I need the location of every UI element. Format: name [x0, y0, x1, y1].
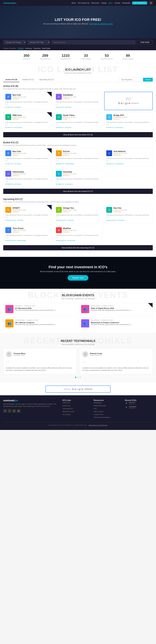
- ico-card-ultimochain[interactable]: U UltimoChain Ended: Oct 15, 2020 ★★★★☆ …: [3, 169, 52, 187]
- footer-link-ico-listings[interactable]: ICO Listings: [62, 414, 70, 415]
- dot-1[interactable]: [75, 377, 76, 378]
- ico-tag-finance: ● Finance: [65, 106, 71, 108]
- type-select[interactable]: Choose ICO Type: [27, 40, 50, 44]
- footer-link-visitor[interactable]: Visitor Recommendations: [94, 416, 110, 418]
- find-button[interactable]: FIND NOW: [137, 40, 153, 44]
- ico-card-excoin[interactable]: E ExCoin Ended: Apr 20, 2020 ★★★★☆ Fully…: [54, 148, 102, 166]
- nav-resources[interactable]: Resources: [91, 2, 99, 4]
- event-card-iot-barcelona[interactable]: 👥 Barcelona — October 18, 2018 IoT Barce…: [3, 303, 77, 315]
- ico-name: MadHive: [63, 227, 100, 230]
- social-facebook-icon[interactable]: f: [3, 409, 7, 413]
- footer-link-active-icos[interactable]: Active ICOs: [62, 402, 70, 404]
- google-adsense: Google AdSense: [72, 388, 92, 390]
- ico-card-header: T Trive Ocean Ended: Oct 19, 2021 ★★★★☆: [5, 227, 50, 233]
- ico-desc: Fully operational long-term rental platf…: [106, 158, 151, 162]
- ico-card-davone[interactable]: D Dav One Ended: Sep 10, 2021 ★★★★★ Full…: [104, 205, 153, 223]
- social-linkedin-icon[interactable]: in: [12, 409, 16, 413]
- keyword-input[interactable]: [51, 40, 136, 44]
- footer-link-help[interactable]: Help & Support: [94, 411, 104, 412]
- nav-downloads[interactable]: Downloads: [122, 2, 130, 4]
- popular-tag-realestate[interactable]: Real Estate: [42, 48, 50, 49]
- ico-stars: ★★★★☆: [113, 118, 151, 120]
- nav-news[interactable]: News: [109, 2, 113, 4]
- footer-link-compare[interactable]: Compare ICOs: [94, 414, 103, 415]
- nav-contact[interactable]: Contact: [115, 2, 120, 4]
- ico-card-unitnetwork[interactable]: U Unit Network Ended: Oct 11, 2020 ★★★★★…: [104, 148, 153, 166]
- ico-card-rbncoin[interactable]: R RBN Coin Ended: Jan 20, 2021 ★★★★☆ Ful…: [3, 112, 52, 130]
- ico-stars: ★★★★☆: [12, 154, 50, 156]
- popular-tag-payments[interactable]: Payments: [33, 48, 41, 49]
- ico-card-header: O Omega Two Ended: Aug 17, 2021 ★★★★☆: [56, 207, 100, 213]
- footer-ico-item-beecoin[interactable]: B Bee Coin Active ICO: [125, 402, 153, 405]
- popular-tag-insurance[interactable]: Insurance: [25, 48, 32, 49]
- dot-3[interactable]: [80, 377, 81, 378]
- ico-search-input[interactable]: [119, 78, 142, 82]
- social-googleplus-icon[interactable]: g+: [17, 409, 20, 413]
- ico-date: Ended: Oct 19, 2021: [12, 230, 50, 231]
- ico-card-madhive[interactable]: M MadHive Ended: Oct 25, 2021 ★★★★☆ Full…: [54, 225, 102, 244]
- ico-stars: ★★★★☆: [12, 118, 50, 120]
- ico-tags: ● Upcoming ICO ● Payments: [56, 240, 100, 242]
- ico-card-gemestar[interactable]: G GemeStar Ended: Oct 15, 2020 ★★★★☆ Ful…: [54, 169, 102, 187]
- scope-select[interactable]: Choose ICO Scope: [3, 40, 26, 44]
- social-twitter-icon[interactable]: t: [8, 409, 11, 413]
- footer-ico-logo: B: [125, 402, 128, 405]
- footer-link-whitepapers[interactable]: Whitepapers: [94, 402, 102, 404]
- dot-2[interactable]: [77, 377, 79, 378]
- ico-logo: O: [56, 207, 62, 213]
- footer-recent-icos-title: Recent ICOs: [125, 399, 153, 402]
- tab-upcoming-ico[interactable]: Upcoming ICO (7): [37, 77, 56, 82]
- ico-date: Ended: Mar 14, 2021: [12, 209, 50, 211]
- footer-link-ended-icos[interactable]: Ended ICOs: [62, 405, 70, 406]
- ico-card-huobitoken[interactable]: H Huobi Token Ended: Apr 20, 2021 ★★★☆☆ …: [54, 112, 102, 130]
- promo-register-button[interactable]: Register Now: [68, 275, 88, 280]
- testimonials-subtitle: View worldwide conferences and meetups: [3, 344, 153, 345]
- hero-link[interactable]: Click here to submit your ICO: [89, 23, 113, 25]
- tab-active-ico[interactable]: Active ICO (9): [3, 77, 19, 82]
- ico-card-beecoin-ended[interactable]: B Bee Coin Ended: Dec 26, 2020 ★★★★☆ Ful…: [3, 148, 52, 166]
- ico-search-button[interactable]: Search: [143, 78, 153, 82]
- menu-icon[interactable]: ☰: [149, 1, 153, 5]
- footer-desc: With Numismatico, list any crypto coin w…: [3, 403, 59, 408]
- nav-ico-launch[interactable]: ICO Launch List: [78, 2, 90, 4]
- footer-link-upcoming-icos[interactable]: Upcoming ICOs: [62, 408, 73, 410]
- ico-name: Trive Ocean: [12, 227, 50, 230]
- stat-crypto-meetups-label: Crypto Meetups: [81, 58, 91, 60]
- header: numismatico Home ICO Launch List Resourc…: [0, 0, 156, 6]
- nav-listings[interactable]: Listings: [101, 2, 107, 4]
- ico-card-datawallet[interactable]: D DataWallet Ended: Jan 15, 2021 ★★★★☆ F…: [54, 92, 102, 110]
- footer-link-blockchain-events[interactable]: Blockchain Events: [62, 411, 74, 412]
- testimonial-card-thomas: T Thomas Mariz Payments Advisor " Script…: [3, 348, 76, 374]
- corner-badge: [47, 92, 52, 97]
- stat-completed-icos: 1233 Completed ICOs: [60, 54, 71, 60]
- view-all-ended-button[interactable]: View all Items from the Ended ICO (7): [3, 189, 153, 194]
- event-card-blockchain-people[interactable]: 👥 New Ukraine — October 20, 2018 Blockch…: [79, 317, 153, 330]
- footer-link-faq[interactable]: FAQ: [94, 408, 97, 410]
- event-card-digital-money[interactable]: 👥 Bitcoin states — October 18, 2018 Stat…: [79, 303, 153, 315]
- view-all-upcoming-button[interactable]: View all Items from the Upcoming ICO (7): [3, 245, 153, 250]
- stat-blockchain-events: 53 Blockchain Events: [101, 54, 113, 60]
- testimonial-identity: Roberta Costa Crypto Researcher: [90, 352, 102, 356]
- ico-stars: ★★★★☆: [63, 98, 100, 100]
- ico-card-triveocean[interactable]: T Trive Ocean Ended: Oct 19, 2021 ★★★★☆ …: [3, 225, 52, 244]
- footer-author-link[interactable]: Elite author on ThemeForest: [89, 424, 107, 426]
- ico-tag: ● Upcoming ICO: [106, 220, 117, 221]
- list-ico-button[interactable]: LIST YOUR ICO: [132, 2, 147, 4]
- stat-blockchain-events-number: 53: [101, 54, 113, 58]
- ico-card-beecoin[interactable]: B Bee Coin Ended: Dec 26, 2020 ★★★★☆ Ful…: [3, 92, 52, 110]
- ico-logo: B: [106, 114, 112, 120]
- ico-tag-payments: ● Payments: [14, 127, 22, 128]
- event-title: IoT Barcelona 2018: [15, 307, 56, 309]
- view-all-active-button[interactable]: View all Items from the Active ICO (9): [3, 132, 153, 137]
- ico-card-dfinity[interactable]: D DFINITY Ended: Mar 14, 2021 ★★★★☆ Full…: [3, 205, 52, 223]
- event-card-bitcoin-congress[interactable]: 👥 London Bridge — October 19, 2018 UK's …: [3, 317, 77, 330]
- popular-tag-finance[interactable]: Finance: [18, 47, 24, 49]
- tab-ended-ico[interactable]: Ended ICO (7): [20, 77, 36, 82]
- ico-name: Bridge BTC: [113, 114, 151, 116]
- footer-link-explain-blockchain[interactable]: Explain Blockchain: [94, 405, 106, 406]
- nav-home[interactable]: Home: [71, 2, 76, 4]
- ico-card-bridgebtc[interactable]: B Bridge BTC Ended: Dec 15, 2021 ★★★★☆ F…: [104, 112, 153, 130]
- footer-ico-item-datawallet[interactable]: D DataWallet Active ICO: [125, 406, 153, 409]
- ico-tags: ● Ended ICO ● Payments: [106, 163, 151, 164]
- ico-card-omegatwo[interactable]: O Omega Two Ended: Aug 17, 2021 ★★★★☆ Fu…: [54, 205, 102, 223]
